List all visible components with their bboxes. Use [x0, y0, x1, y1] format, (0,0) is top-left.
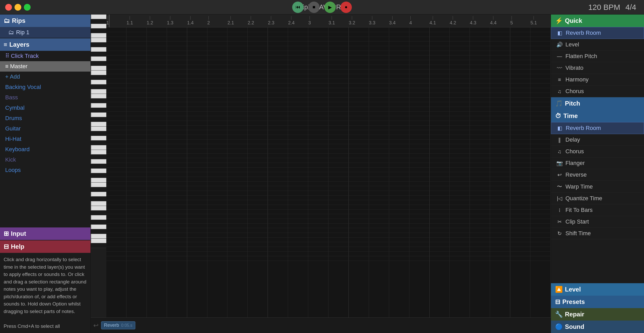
vibrato-item[interactable]: 〰 Vibrato — [551, 62, 644, 74]
grid-row-47 — [106, 247, 551, 252]
ruler-mark-3.3: 3.3 — [369, 16, 375, 26]
ruler-mark-3.2: 3.2 — [349, 16, 355, 26]
quantize-time-item[interactable]: |◁ Quantize Time — [551, 193, 644, 204]
flanger-item[interactable]: 📷 Flanger — [551, 157, 644, 169]
grid-row-13 — [106, 88, 551, 93]
rips-header[interactable]: 🗂 Rips — [0, 15, 90, 27]
reverb-clip-time: 0:05.s — [121, 323, 132, 328]
quick-label: Quick — [565, 17, 582, 24]
stop-button[interactable]: ■ — [308, 2, 320, 13]
grid-row-0 — [106, 27, 551, 32]
chorus-time-item[interactable]: ♫ Chorus — [551, 146, 644, 157]
presets-section-header[interactable]: ⊟ Presets — [551, 296, 644, 308]
grid-row-6 — [106, 56, 551, 60]
backing-vocal-item[interactable]: Backing Vocal — [0, 82, 90, 92]
grid-area[interactable] — [106, 27, 551, 317]
fit-to-bars-item[interactable]: ⫶ Fit To Bars — [551, 204, 644, 216]
level-label: Level — [565, 286, 581, 293]
reverse-item[interactable]: ↩ Reverse — [551, 169, 644, 181]
presets-label: Presets — [562, 298, 585, 306]
grid-row-25 — [106, 144, 551, 149]
ruler-mark-4.4: 4.4 — [490, 16, 496, 26]
main-layout: 🗂 Rips 🗂 Rip 1 ≡ Layers ⠿ Click Track ≡ … — [0, 15, 644, 333]
rip1-item[interactable]: 🗂 Rip 1 — [0, 27, 90, 38]
time-icon: ⏱ — [555, 112, 561, 120]
help-text: Click and drag horizontally to select ti… — [0, 253, 90, 333]
hihat-item[interactable]: Hi-Hat — [0, 134, 90, 144]
vibrato-icon: 〰 — [556, 65, 563, 71]
record-button[interactable]: ● — [340, 2, 352, 13]
ruler-mark-3.1: 3.1 — [328, 16, 335, 26]
delay-item[interactable]: ‖ Delay — [551, 134, 644, 146]
level-quick-label: Level — [565, 41, 579, 48]
minimize-button[interactable] — [15, 4, 21, 11]
presets-icon: ⊟ — [555, 298, 560, 306]
harmony-item[interactable]: ≡ Harmony — [551, 74, 644, 86]
rip1-icon: 🗂 — [8, 29, 14, 36]
master-label: Master — [10, 63, 27, 70]
guitar-item[interactable]: Guitar — [0, 123, 90, 134]
master-item[interactable]: ≡ Master — [0, 61, 90, 72]
grid-row-38 — [106, 205, 551, 210]
drums-item[interactable]: Drums — [0, 113, 90, 123]
grid-row-5 — [106, 51, 551, 56]
shift-time-item[interactable]: ↻ Shift Time — [551, 228, 644, 239]
keyboard-item[interactable]: Keyboard — [0, 144, 90, 155]
kick-item[interactable]: Kick — [0, 155, 90, 165]
time-section-header[interactable]: ⏱ Time — [551, 110, 644, 122]
reverse-icon: ↩ — [556, 172, 563, 178]
input-header[interactable]: ⊞ Input — [0, 227, 90, 240]
pitch-section-header[interactable]: 🎵 Pitch — [551, 97, 644, 110]
clip-start-item[interactable]: ✂ Clip Start — [551, 216, 644, 228]
cymbal-item[interactable]: Cymbal — [0, 103, 90, 113]
grid-row-46 — [106, 242, 551, 247]
help-header[interactable]: ⊟ Help — [0, 240, 90, 253]
ruler-mark-3: 3 — [308, 16, 311, 26]
reverb-room-quick-item[interactable]: ◧ Reverb Room — [551, 27, 644, 39]
reverb-clip[interactable]: Reverb 0:05.s — [101, 321, 135, 329]
layers-header[interactable]: ≡ Layers — [0, 38, 90, 51]
loops-label: Loops — [5, 167, 21, 174]
grid-row-37 — [106, 200, 551, 205]
level-section-header[interactable]: 🔼 Level — [551, 283, 644, 296]
click-track-item[interactable]: ⠿ Click Track — [0, 51, 90, 61]
rips-label: Rips — [12, 17, 25, 24]
repair-section-header[interactable]: 🔧 Repair — [551, 308, 644, 321]
play-button[interactable]: ▶ — [324, 2, 336, 13]
ruler-mark-1.4: 1.4 — [187, 16, 194, 26]
keyboard-label: Keyboard — [5, 146, 30, 153]
chorus-quick-item[interactable]: ♫ Chorus — [551, 86, 644, 97]
reverb-clip-label: Reverb — [104, 323, 119, 328]
bass-item[interactable]: Bass — [0, 92, 90, 103]
flanger-icon: 📷 — [556, 160, 563, 166]
grid-row-35 — [106, 191, 551, 196]
time-sig-display[interactable]: 4/4 — [625, 3, 636, 12]
flatten-pitch-item[interactable]: — Flatten Pitch — [551, 51, 644, 62]
grid-row-16 — [106, 102, 551, 107]
warp-time-icon: 〜 — [556, 183, 563, 190]
add-item[interactable]: + Add — [0, 72, 90, 82]
ruler-mark-4: 4 — [409, 16, 412, 26]
loops-item[interactable]: Loops — [0, 165, 90, 175]
back-button[interactable]: ⏮ — [292, 2, 304, 13]
quick-section-header[interactable]: ⚡ Quick — [551, 15, 644, 27]
time-label: Time — [563, 112, 578, 120]
rips-icon: 🗂 — [4, 17, 10, 24]
drums-label: Drums — [5, 115, 22, 122]
sound-section-header[interactable]: 🔵 Sound — [551, 321, 644, 333]
sound-label: Sound — [565, 323, 584, 330]
warp-time-item[interactable]: 〜 Warp Time — [551, 181, 644, 193]
reverb-room-time-icon: ◧ — [556, 125, 563, 131]
grid-row-31 — [106, 172, 551, 177]
maximize-button[interactable] — [24, 4, 31, 11]
delay-label: Delay — [565, 136, 580, 143]
timeline-ruler[interactable]: 11.11.21.31.422.12.22.32.433.13.23.33.44… — [106, 15, 551, 27]
input-label: Input — [11, 230, 26, 237]
level-quick-item[interactable]: 🔊 Level — [551, 39, 644, 51]
close-button[interactable] — [5, 4, 12, 11]
grid-row-19 — [106, 116, 551, 121]
reverb-room-time-item[interactable]: ◧ Reverb Room — [551, 122, 644, 134]
grid-row-27 — [106, 154, 551, 158]
bpm-area: 120 BPM 4/4 — [588, 3, 636, 12]
bpm-display[interactable]: 120 BPM — [588, 3, 620, 12]
